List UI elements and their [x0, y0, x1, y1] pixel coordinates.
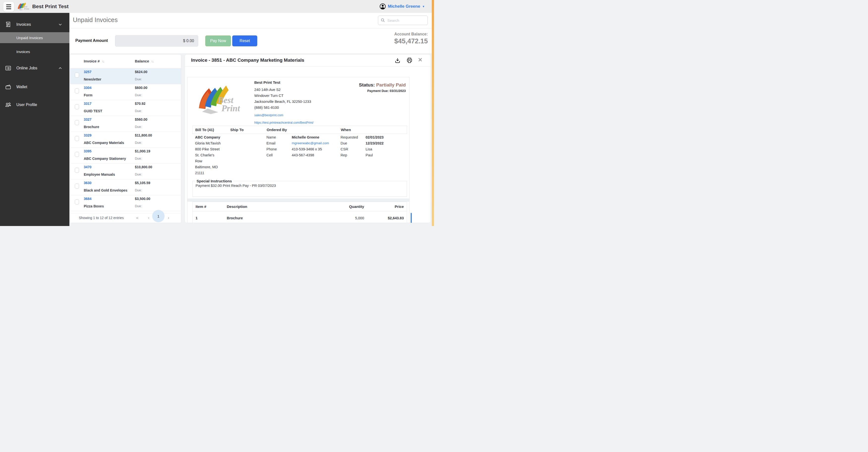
table-row[interactable]: 3304Form$600.00Due: — [70, 84, 181, 100]
account-balance: Account Balance: $45,472.15 — [394, 32, 428, 45]
users-icon — [5, 102, 11, 108]
column-item-number: Item # — [195, 204, 227, 208]
reset-button[interactable]: Reset — [232, 35, 257, 46]
invoice-name: Pizza Boxes — [84, 204, 104, 208]
user-menu[interactable]: Michelle Greene ▼ — [379, 0, 425, 13]
user-name: Michelle Greene — [388, 4, 420, 9]
table-row[interactable]: 3329ABC Company Materials$11,800.00Due: — [70, 132, 181, 148]
invoice-checkbox[interactable] — [75, 120, 79, 125]
company-name: Best Print Test — [254, 80, 314, 85]
invoice-detail-title: Invoice - 3851 - ABC Company Marketing M… — [191, 58, 304, 63]
invoice-number-link[interactable]: 3327 — [84, 118, 91, 122]
invoice-list-card: Invoice #↑↓ Balance↑↓ 3257Newsletter$624… — [70, 54, 181, 223]
invoice-checkbox[interactable] — [75, 199, 79, 204]
bill-to-header: Bill To (41) — [195, 128, 214, 132]
invoice-checkbox[interactable] — [75, 152, 79, 157]
invoice-balance: $5,105.59 — [135, 181, 150, 185]
pagination-page-1-button[interactable]: 1 — [152, 210, 164, 222]
sidebar-item-invoices[interactable]: Invoices — [0, 18, 69, 31]
invoice-balance: $624.00 — [135, 70, 148, 74]
field-value: 12/23/2022 — [366, 140, 384, 146]
pay-now-button[interactable]: Pay Now — [205, 35, 231, 46]
sidebar-item-wallet[interactable]: Wallet — [0, 80, 69, 94]
invoice-checkbox[interactable] — [75, 168, 79, 173]
when-header: When — [341, 128, 351, 132]
table-row[interactable]: 3327Brochure$560.00Due: — [70, 116, 181, 132]
account-balance-label: Account Balance: — [394, 32, 428, 36]
table-row[interactable]: 3395ABC Company Stationery$1,000.19Due: — [70, 148, 181, 164]
payment-amount-input[interactable] — [115, 35, 198, 46]
company-email-link[interactable]: sales@bestprint.com — [254, 114, 314, 117]
scrollbar-thumb[interactable] — [411, 213, 412, 223]
invoice-number-link[interactable]: 3684 — [84, 197, 91, 201]
column-balance[interactable]: Balance↑↓ — [135, 59, 153, 63]
sidebar-item-user-profile[interactable]: User Profile — [0, 98, 69, 111]
ordered-by-labels: NameEmailPhoneCell — [267, 134, 277, 158]
billing-section-body: ABC CompanyGloria McTavish800 Pike Stree… — [192, 134, 407, 178]
invoice-checkbox[interactable] — [75, 136, 79, 141]
due-label: Due: — [135, 93, 142, 97]
item-description: Brochure — [227, 216, 319, 220]
invoice-number-link[interactable]: 3304 — [84, 86, 91, 90]
field-label: CSR — [341, 146, 358, 152]
status-badge: Partially Paid — [376, 82, 406, 88]
sort-icon[interactable]: ↑↓ — [102, 60, 104, 63]
table-row[interactable]: 3257Newsletter$624.00Due: — [70, 68, 181, 84]
column-invoice-number[interactable]: Invoice #↑↓ — [84, 59, 104, 63]
invoice-checkbox[interactable] — [75, 104, 79, 109]
field-value: Lisa — [366, 146, 384, 152]
sidebar-item-label: Invoices — [17, 22, 31, 27]
bill-to-line: Gloria McTavish — [195, 140, 221, 146]
invoice-number-link[interactable]: 3630 — [84, 181, 91, 185]
invoice-checkbox[interactable] — [75, 89, 79, 93]
invoice-detail-header: Invoice - 3851 - ABC Company Marketing M… — [185, 55, 431, 67]
invoice-number-link[interactable]: 3257 — [84, 70, 91, 74]
pagination-next-button[interactable]: › — [168, 215, 169, 220]
invoice-name: Employee Manuals — [84, 172, 115, 176]
special-instructions-box: Special Instructions Payment $32.00 Prin… — [192, 179, 407, 197]
field-value: Michelle Greene — [292, 134, 329, 140]
invoice-number-link[interactable]: 3395 — [84, 149, 91, 153]
field-label: Phone — [267, 146, 277, 152]
invoice-number-link[interactable]: 3317 — [84, 102, 91, 105]
items-table-header: Item # Description Quantity Price — [192, 202, 407, 212]
pagination-first-button[interactable]: « — [136, 215, 138, 220]
invoice-name: Newsletter — [84, 77, 101, 81]
table-row[interactable]: 3684Pizza Boxes$3,500.00Due: — [70, 195, 181, 211]
receipt-icon — [5, 21, 11, 28]
sidebar-item-online-jobs[interactable]: Online Jobs — [0, 61, 69, 75]
invoice-checkbox[interactable] — [75, 184, 79, 189]
table-row[interactable]: 3470Employee Manuals$10,800.00Due: — [70, 164, 181, 180]
table-row[interactable]: 3630Black and Gold Envelopes$5,105.59Due… — [70, 180, 181, 195]
printer-icon[interactable] — [406, 57, 413, 64]
ship-to-header: Ship To — [230, 128, 244, 132]
invoice-number-link[interactable]: 3329 — [84, 133, 91, 137]
sort-icon[interactable]: ↑↓ — [151, 60, 153, 63]
invoice-checkbox[interactable] — [75, 73, 79, 77]
bill-to-line: 21111 — [195, 170, 221, 176]
search-input[interactable] — [387, 18, 425, 23]
bill-to-line: St. Charlie's — [195, 152, 221, 158]
table-row[interactable]: 3317GUID TEST$70.92Due: — [70, 100, 181, 116]
field-label: Cell — [267, 152, 277, 158]
sidebar-item-unpaid-invoices[interactable]: Unpaid Invoices — [0, 32, 69, 43]
download-icon[interactable] — [394, 57, 401, 64]
sidebar-item-invoices-sub[interactable]: Invoices — [0, 46, 69, 57]
pagination-prev-button[interactable]: ‹ — [148, 215, 150, 220]
due-label: Due: — [135, 141, 142, 144]
close-icon[interactable]: ✕ — [418, 57, 422, 63]
when-labels: RequestedDueCSRRep — [341, 134, 358, 158]
company-address-block: Best Print Test 240 14th Ave S2 Windover… — [254, 80, 314, 124]
due-label: Due: — [135, 109, 142, 113]
company-url-link[interactable]: https://test.printreachcentral.com/BestP… — [254, 121, 314, 124]
hamburger-menu-button[interactable] — [3, 1, 14, 12]
top-bar: Best Print Test Michelle Greene ▼ — [0, 0, 432, 13]
invoice-number-link[interactable]: 3470 — [84, 165, 91, 169]
special-instructions-text: Payment $32.00 Print Reach Pay - PR 03/0… — [195, 184, 407, 188]
due-label: Due: — [135, 77, 142, 81]
company-address-line: Windover Turn CT — [254, 93, 314, 99]
field-value[interactable]: mgreeneabc@gmail.com — [292, 140, 329, 146]
entries-summary: Showing 1 to 12 of 12 entries — [79, 216, 124, 220]
search-box[interactable] — [378, 15, 428, 25]
payment-bar: Payment Amount Pay Now Reset Account Bal… — [69, 29, 432, 53]
